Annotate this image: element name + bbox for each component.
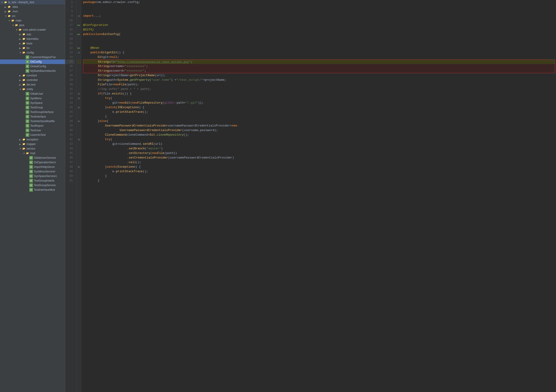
file-tree[interactable]: ▼ 📁 lz_test ~/temp/lz_test ▶ 📁 .idea ▶ 📁… [0,0,65,392]
gutter-fold[interactable]: ⊟ [77,92,81,96]
line-num: 40 [65,128,75,133]
class-icon: C [29,165,33,169]
sidebar-item-aop[interactable]: ▶ 📁 aop [0,32,65,37]
gutter-bean2: ▶▶ [77,46,81,50]
sidebar-item-importhelpservic[interactable]: C ImportHelpServic [0,165,65,169]
folder-label: main [15,19,22,22]
sidebar-item-impl[interactable]: ▼ 📂 impl [0,151,65,155]
line-num: 1 [65,0,75,5]
class-icon: C [29,188,33,192]
gutter-cell [77,5,81,9]
sidebar-item-service[interactable]: ▼ 📂 service [0,146,65,151]
sidebar-item-bo[interactable]: ▶ 📁 bo [0,46,65,50]
gutter-fold[interactable]: ⊟ [77,96,81,101]
sidebar-item-testreport[interactable]: C TestReport [0,123,65,128]
file-label: SysSpace [30,101,43,105]
gutter-fold[interactable]: ⊟ [77,137,81,142]
sidebar-item-sysspace[interactable]: C SysSpace [0,101,65,105]
folder-icon: 📁 [22,78,26,82]
gutter-fold[interactable]: ⊟ [77,165,81,169]
sidebar-item-gitlabuserservice[interactable]: C GitlabUserService [0,155,65,160]
code-line-23: public Git getGit() { [83,50,556,55]
sidebar-item-idea[interactable]: ▶ 📁 .idea [0,5,65,9]
class-icon: C [26,119,29,123]
gutter-fold[interactable]: ⊟ [77,105,81,110]
code-line-17: @Configuration [83,23,556,27]
sidebar-item-customermapperfac[interactable]: C CustomerMapperFac [0,55,65,60]
code-line-50: } [83,174,556,178]
file-label: GlobalConfig [30,65,46,68]
sidebar-item-exception[interactable]: ▶ 📁 exception [0,137,65,142]
line-num: 25 [65,60,75,64]
sidebar-item-gitconfig[interactable]: C GitConfig [0,60,65,64]
gutter-cell [77,37,81,41]
code-editor[interactable]: 1 2 3 4 16 17 18 19 20 21 22 23 24 25 26… [65,0,556,392]
sidebar-item-testgroupinterface[interactable]: C TestGroupInterface [0,110,65,114]
sidebar-item-dto[interactable]: ▶ 📁 dto.test [0,82,65,87]
sidebar-item-mapper[interactable]: ▶ 📁 mapper [0,142,65,146]
code-line-34: git = new Git(new FileRepository( gitDir… [83,101,556,105]
sidebar-item-testgroupservice[interactable]: C TestGroupService [0,183,65,188]
folder-icon: 📂 [22,147,26,151]
expand-arrow: ▶ [19,42,22,45]
class-icon: C [26,97,29,100]
sidebar-item-controller[interactable]: ▶ 📁 controller [0,78,65,82]
sidebar-item-mybatisfac[interactable]: C MyBatisBaomidouSe [0,69,65,73]
class-icon: C [26,124,29,128]
folder-blue-icon: 📂 [18,28,22,31]
gutter-cell [77,128,81,133]
gutter-cell [77,82,81,87]
sidebar-item-testuser[interactable]: C TestUser [0,128,65,133]
folder-label: service [27,147,35,150]
class-icon: C [26,101,29,105]
sidebar-item-gitlabuser[interactable]: C GitlabUser [0,92,65,96]
line-num: 30 [65,82,75,87]
folder-label: exception [27,138,38,141]
folder-icon: 📁 [22,32,26,36]
line-num: 27 [65,69,75,73]
code-line-25: String url = "http://xxxxxxxxxxxxxx/lz_t… [83,60,555,64]
sidebar-item-constant[interactable]: ▶ 📁 constant [0,73,65,78]
folder-label: .mvn [12,10,18,13]
folder-icon: 📂 [22,87,26,91]
sidebar-item-package[interactable]: ▼ 📂 com.admin.crawler [0,27,65,32]
gutter-fold[interactable]: ⊟ [77,119,81,123]
expand-arrow: ▼ [19,147,22,150]
class-icon: C [29,174,33,178]
gutter-fold[interactable]: ⊟ [77,50,81,55]
sidebar-item-testinterfacemod[interactable]: C TestInterfaceMod [0,188,65,192]
line-num: 24 [65,55,75,60]
code-line-46: .setCredentialsProvider(usernamePassword… [83,155,556,160]
expand-arrow: ▼ [15,29,18,31]
sidebar-item-config[interactable]: ▼ 📂 config [0,50,65,55]
sidebar-item-sysmenuservicei[interactable]: C SysMenuServiceI [0,169,65,174]
code-content: package com.admin.crawler.config; import… [81,0,556,392]
sidebar-item-src[interactable]: ▼ 📁 src [0,14,65,18]
sidebar-item-mvn[interactable]: ▶ 📁 .mvn [0,9,65,14]
sidebar-item-globalconfig[interactable]: C GlobalConfig [0,64,65,69]
folder-icon: 📁 [7,14,11,18]
sidebar-item-sysmenu[interactable]: C SysMenu [0,96,65,101]
gutter-fold[interactable]: ⊟ [77,14,81,18]
code-line-20 [83,37,556,41]
sidebar-item-testgroup[interactable]: C TestGroup [0,105,65,110]
code-line-38: } else { [83,119,556,123]
sidebar-item-gitoperationservi[interactable]: C GitOperationServi [0,160,65,165]
expand-arrow: ▶ [19,143,22,146]
sidebar-item-testinterfacemodifie[interactable]: C TestInterfaceModifie [0,119,65,123]
sidebar-item-baomidou[interactable]: ▶ 📁 baomidou [0,37,65,41]
code-line-32: if (file.exists()) { [83,92,556,96]
sidebar-item-testgroupinterfa[interactable]: C TestGroupInterfa [0,178,65,183]
code-line-42: try { [83,137,556,142]
sidebar-item-sysspacesrvc[interactable]: C SysSpaceService1 [0,174,65,178]
sidebar-item-main[interactable]: ▼ 📂 main [0,18,65,23]
expand-arrow: ▼ [1,1,4,4]
line-num: 33 [65,96,75,101]
sidebar-item-testinterface[interactable]: C TestInterface [0,114,65,119]
sidebar-item-userinfotest[interactable]: C UserInfoTest [0,133,65,137]
sidebar-item-entity[interactable]: ▼ 📂 entity [0,87,65,92]
sidebar-item-java[interactable]: ▼ 📂 java [0,23,65,27]
tree-root[interactable]: ▼ 📁 lz_test ~/temp/lz_test [0,0,65,5]
class-icon: C [26,129,29,132]
sidebar-item-base[interactable]: ▶ 📁 base [0,41,65,46]
